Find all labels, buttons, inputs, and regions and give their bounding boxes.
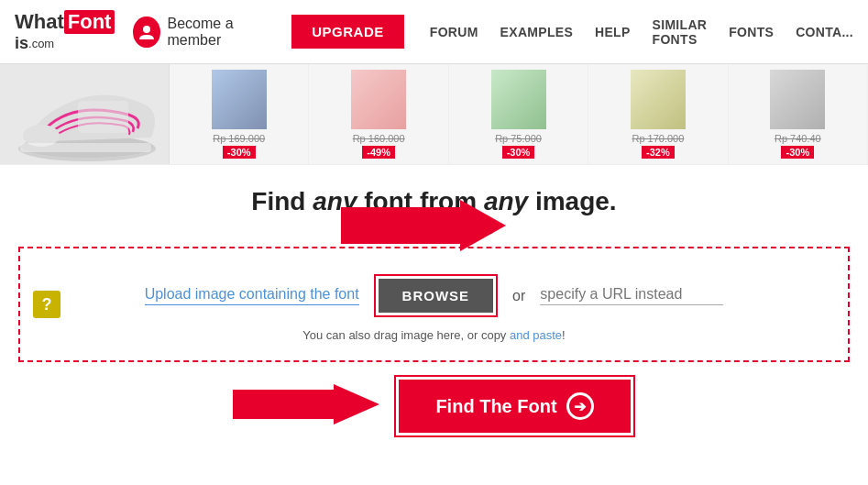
find-btn-arrow-icon: ➔ [566, 392, 594, 420]
browse-btn-wrapper: BROWSE [374, 274, 499, 317]
upgrade-button[interactable]: UPGRADE [291, 15, 404, 49]
product-price-1: Rp 169.000 [213, 133, 265, 144]
find-button-wrapper: Find The Font ➔ [394, 375, 634, 437]
upload-container: ? Upload image containing the font BROWS… [18, 247, 850, 362]
browse-area: BROWSE [374, 274, 499, 317]
top-arrow [341, 198, 506, 257]
logo-what: What [15, 12, 64, 32]
svg-marker-7 [341, 200, 506, 251]
product-item-1: Rp 169.000 -30% [170, 64, 309, 165]
nav-examples[interactable]: EXAMPLES [500, 25, 573, 39]
or-text: or [512, 288, 525, 304]
product-discount-1: -30% [223, 146, 256, 159]
find-btn-label: Find The Font [435, 396, 556, 417]
member-text[interactable]: Become a member [168, 16, 274, 49]
upload-label: Upload image containing the font [145, 286, 359, 305]
nav-help[interactable]: HELP [595, 25, 631, 39]
product-item-2: Rp 160.000 -49% [309, 64, 448, 165]
product-price-2: Rp 160.000 [353, 133, 405, 144]
shoe-image [0, 64, 170, 165]
member-area: Become a member [133, 16, 273, 49]
drag-hint-suffix: ! [562, 328, 566, 342]
svg-point-0 [143, 26, 150, 33]
product-item-5: Rp 740.40 -30% [729, 64, 868, 165]
product-price-4: Rp 170.000 [632, 133, 684, 144]
product-discount-5: -30% [781, 146, 814, 159]
logo-is: is [15, 34, 28, 54]
nav-links: FORUM EXAMPLES HELP SIMILAR FONTS FONTS … [430, 17, 853, 47]
product-price-5: Rp 740.40 [775, 133, 821, 144]
question-icon[interactable]: ? [33, 291, 60, 318]
bottom-arrow [233, 382, 379, 430]
nav-forum[interactable]: FORUM [430, 25, 478, 39]
drag-hint-paste-link[interactable]: and paste [510, 328, 562, 342]
bottom-section: Find The Font ➔ [18, 375, 850, 446]
url-input[interactable] [540, 286, 723, 305]
svg-rect-5 [78, 101, 128, 133]
image-strip: Rp 169.000 -30% Rp 160.000 -49% Rp 75.00… [0, 64, 868, 165]
product-price-3: Rp 75.000 [495, 133, 542, 144]
nav-fonts[interactable]: FONTS [729, 25, 774, 39]
browse-button[interactable]: BROWSE [379, 279, 494, 313]
find-font-button[interactable]: Find The Font ➔ [399, 380, 630, 433]
logo-com: .com [28, 37, 54, 51]
drag-hint-text: You can also drag image here, or copy [302, 328, 510, 342]
product-strip: Rp 169.000 -30% Rp 160.000 -49% Rp 75.00… [170, 64, 868, 165]
logo[interactable]: What Font is .com [15, 10, 115, 54]
upload-row: Upload image containing the font BROWSE … [38, 274, 830, 317]
member-icon [133, 17, 159, 48]
product-discount-3: -30% [502, 146, 535, 159]
nav-contact[interactable]: CONTA... [796, 25, 853, 39]
find-button-row: Find The Font ➔ [233, 375, 634, 437]
svg-marker-8 [233, 384, 379, 424]
product-item-3: Rp 75.000 -30% [449, 64, 588, 165]
header: What Font is .com Become a member UPGRAD… [0, 0, 868, 64]
svg-rect-6 [20, 143, 151, 152]
nav-similar-fonts[interactable]: SIMILAR FONTS [653, 17, 708, 47]
product-item-4: Rp 170.000 -32% [588, 64, 728, 165]
product-discount-4: -32% [642, 146, 675, 159]
product-discount-2: -49% [362, 146, 395, 159]
drag-hint: You can also drag image here, or copy an… [38, 328, 830, 342]
logo-font: Font [64, 10, 115, 34]
main-content: Find any font from any image. (commercia… [0, 165, 868, 465]
